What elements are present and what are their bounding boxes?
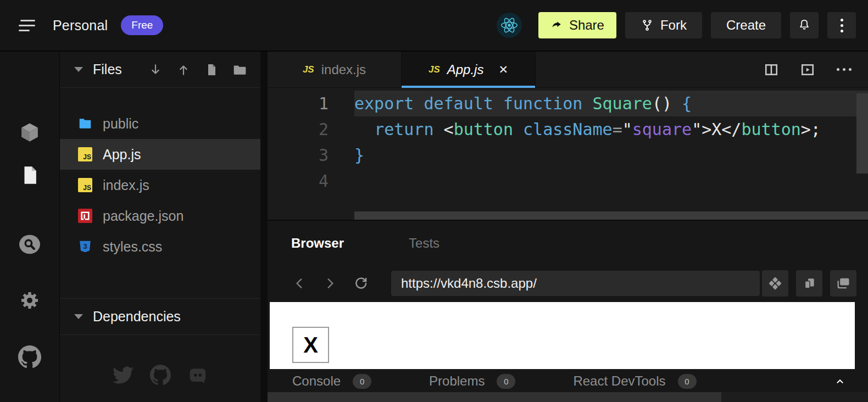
fork-icon xyxy=(641,19,654,32)
js-icon: JS xyxy=(429,64,440,75)
more-options-icon[interactable] xyxy=(837,68,852,71)
download-arrow-icon[interactable] xyxy=(148,62,163,77)
social-links xyxy=(60,348,260,402)
upload-arrow-icon[interactable] xyxy=(176,62,191,77)
activity-rail xyxy=(0,52,59,402)
forward-icon[interactable] xyxy=(322,275,338,292)
javascript-file-icon: JS xyxy=(78,178,92,192)
duplicate-preview-button[interactable] xyxy=(796,270,822,297)
back-icon[interactable] xyxy=(291,275,308,292)
close-tab-icon[interactable]: ✕ xyxy=(498,63,508,76)
files-title: Files xyxy=(93,62,122,77)
browser-horizontal-scrollbar xyxy=(268,392,868,402)
fork-button[interactable]: Fork xyxy=(625,12,702,38)
refresh-icon[interactable] xyxy=(353,275,369,292)
top-header: Personal Free Share xyxy=(0,0,868,52)
preview-settings-button[interactable] xyxy=(762,270,788,297)
browser-actions xyxy=(762,270,856,297)
editor-horizontal-scrollbar[interactable] xyxy=(354,211,868,220)
css-file-icon: 3 xyxy=(78,239,92,254)
split-view-icon[interactable] xyxy=(764,63,778,77)
sandbox-cube-icon[interactable] xyxy=(17,120,42,145)
js-icon: JS xyxy=(303,64,314,75)
tab-tests[interactable]: Tests xyxy=(409,236,439,251)
share-arrow-icon xyxy=(550,19,563,31)
chevron-down-icon xyxy=(74,67,83,72)
editor-tabbar: JS index.js JS App.js ✕ xyxy=(268,52,868,88)
editor-vertical-scrollbar[interactable] xyxy=(856,93,868,174)
file-row-public[interactable]: public xyxy=(60,108,260,139)
github-icon[interactable] xyxy=(17,344,42,370)
file-explorer-icon[interactable] xyxy=(17,163,42,188)
plan-badge: Free xyxy=(121,15,163,35)
console-tab[interactable]: Console 0 xyxy=(292,373,371,389)
file-row-package-json[interactable]: package.json xyxy=(60,200,260,231)
folder-icon xyxy=(78,116,92,131)
github-social-icon[interactable] xyxy=(149,364,171,386)
chevron-down-icon xyxy=(74,314,83,319)
search-icon[interactable] xyxy=(17,232,42,257)
kebab-menu-icon xyxy=(841,19,843,32)
javascript-file-icon: JS xyxy=(78,147,92,161)
console-bar: Console 0 Problems 0 React DevTools 0 xyxy=(268,369,868,393)
count-badge: 0 xyxy=(497,374,515,389)
code-line[interactable]: 4 xyxy=(268,168,868,194)
square-button[interactable]: X xyxy=(292,327,329,363)
url-input[interactable] xyxy=(391,271,760,296)
browser-tabs: Browser Tests xyxy=(268,221,868,265)
deployment-rocket-icon[interactable] xyxy=(17,399,42,402)
browser-url-row xyxy=(268,265,868,301)
hamburger-menu-icon[interactable] xyxy=(19,18,37,32)
kebab-menu-button[interactable] xyxy=(827,12,856,38)
workspace-name[interactable]: Personal xyxy=(53,18,108,34)
react-devtools-tab[interactable]: React DevTools 0 xyxy=(573,373,696,389)
code-editor[interactable]: 1export default function Square() {2 ret… xyxy=(268,88,868,220)
files-section-header[interactable]: Files xyxy=(60,52,260,88)
file-row-index-js[interactable]: JS index.js xyxy=(60,170,260,200)
bell-icon xyxy=(797,18,811,32)
dependencies-section-header[interactable]: Dependencies xyxy=(60,298,260,335)
open-preview-icon[interactable] xyxy=(800,63,815,77)
scrollbar-thumb[interactable] xyxy=(268,392,721,402)
share-button[interactable]: Share xyxy=(538,12,616,38)
tab-app-js[interactable]: JS App.js ✕ xyxy=(402,52,536,87)
file-list: public JS App.js JS index.js package.jso… xyxy=(60,108,260,262)
browser-pane: Browser Tests xyxy=(268,220,868,402)
create-button[interactable]: Create xyxy=(711,12,781,38)
twitter-icon[interactable] xyxy=(112,364,134,386)
tab-browser[interactable]: Browser xyxy=(291,236,344,251)
panel-resize-gutter[interactable] xyxy=(260,52,268,402)
chevron-up-icon[interactable] xyxy=(834,375,846,387)
npm-file-icon xyxy=(78,209,92,223)
editor-tab-actions xyxy=(764,52,868,87)
new-folder-icon[interactable] xyxy=(232,62,247,77)
codesandbox-app: Personal Free Share xyxy=(0,0,868,402)
file-row-styles-css[interactable]: 3 styles.css xyxy=(60,231,260,262)
svg-text:3: 3 xyxy=(83,242,87,250)
code-lines: 1export default function Square() {2 ret… xyxy=(268,91,868,194)
preview-frame: X xyxy=(270,302,855,369)
count-badge: 0 xyxy=(353,374,371,389)
code-line[interactable]: 3} xyxy=(268,142,868,168)
notifications-bell-button[interactable] xyxy=(790,12,819,38)
count-badge: 0 xyxy=(678,374,697,389)
code-line[interactable]: 1export default function Square() { xyxy=(268,91,868,116)
react-logo-icon[interactable] xyxy=(497,13,522,38)
files-panel: Files public xyxy=(59,52,260,402)
file-row-app-js[interactable]: JS App.js xyxy=(60,139,260,170)
tab-index-js[interactable]: JS index.js xyxy=(268,52,402,87)
discord-icon[interactable] xyxy=(187,364,209,386)
settings-gear-icon[interactable] xyxy=(17,288,42,313)
header-actions: Share Fork Create xyxy=(497,12,856,38)
new-file-icon[interactable] xyxy=(204,62,219,77)
open-new-window-button[interactable] xyxy=(830,270,856,297)
problems-tab[interactable]: Problems 0 xyxy=(429,373,515,389)
workbench: JS index.js JS App.js ✕ 1export default … xyxy=(268,52,868,402)
code-line[interactable]: 2 return <button className="square">X</b… xyxy=(268,116,868,142)
